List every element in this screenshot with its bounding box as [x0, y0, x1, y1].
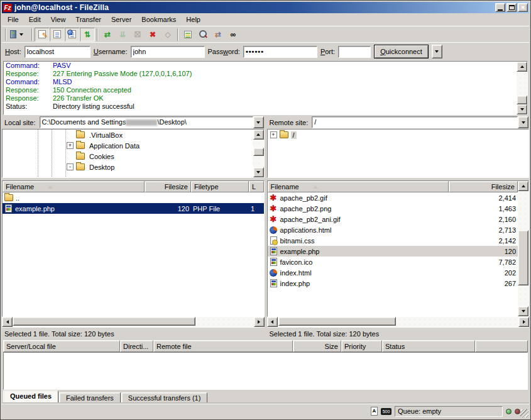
file-row[interactable]: apache_pb2_ani.gif 2,160: [268, 214, 518, 224]
cancel-button[interactable]: ☒: [130, 28, 145, 41]
menu-view[interactable]: View: [46, 14, 71, 25]
speed-limit-icon[interactable]: [381, 408, 391, 415]
remote-site-dropdown-button[interactable]: [518, 116, 528, 128]
remote-path[interactable]: /: [312, 116, 518, 128]
scroll-left-button[interactable]: [267, 317, 278, 327]
local-hscrollbar[interactable]: [2, 317, 265, 327]
column-header-remote-file[interactable]: Remote file: [153, 340, 293, 352]
file-row[interactable]: favicon.ico 7,782: [268, 257, 518, 267]
column-header-priority[interactable]: Priority: [341, 340, 382, 352]
title-bar[interactable]: Fz john@localhost - FileZilla ×: [2, 2, 529, 13]
port-input[interactable]: [338, 46, 371, 58]
local-path[interactable]: C:\Documents and Settings\Desktop\: [40, 116, 253, 128]
resize-grip[interactable]: [520, 409, 528, 417]
quickconnect-button[interactable]: Quickconnect: [374, 45, 429, 58]
password-input[interactable]: [243, 46, 317, 58]
file-row[interactable]: bitnami.css 2,142: [268, 235, 518, 246]
close-button[interactable]: ×: [518, 3, 528, 12]
tree-item-root[interactable]: + /: [268, 130, 529, 140]
column-header-server-local-file[interactable]: Server/Local file: [3, 340, 120, 352]
scroll-thumb[interactable]: [13, 317, 195, 326]
minimize-button[interactable]: [495, 3, 505, 12]
column-header-filename[interactable]: Filename: [268, 181, 449, 192]
collapse-icon[interactable]: -: [67, 163, 74, 170]
disconnect-button[interactable]: ✖: [145, 28, 160, 41]
remote-list-body[interactable]: apache_pb2.gif 2,414 apache_pb2.png 1,46…: [268, 192, 518, 316]
message-log[interactable]: Command:PASV Response:227 Entering Passi…: [3, 61, 528, 115]
column-header-direction[interactable]: Directi...: [120, 340, 153, 352]
file-row-selected[interactable]: example.php 120: [268, 246, 518, 257]
log-scrollbar[interactable]: [517, 62, 527, 114]
process-queue-button[interactable]: ⇊: [115, 28, 130, 41]
scroll-thumb[interactable]: [517, 96, 527, 104]
queue-list[interactable]: [3, 352, 528, 390]
column-header-filesize[interactable]: Filesize: [145, 181, 191, 192]
refresh-button[interactable]: ⇄: [100, 28, 115, 41]
file-row-parent-dir[interactable]: ..: [3, 192, 264, 203]
toggle-message-log-button[interactable]: [35, 28, 50, 41]
remote-list-scrollbar[interactable]: [518, 181, 528, 316]
scroll-up-button[interactable]: [518, 181, 528, 191]
local-directory-tree[interactable]: .VirtualBox + Application Data Cookies -…: [2, 129, 265, 178]
maximize-button[interactable]: [506, 3, 517, 12]
file-row[interactable]: applications.html 2,713: [268, 224, 518, 235]
scroll-right-button[interactable]: [518, 317, 529, 327]
tab-successful-transfers[interactable]: Successful transfers (1): [121, 392, 208, 404]
toggle-remote-tree-button[interactable]: [65, 28, 80, 41]
tab-queued-files[interactable]: Queued files: [3, 390, 58, 404]
tab-failed-transfers[interactable]: Failed transfers: [59, 392, 121, 404]
column-header-filetype[interactable]: Filetype: [191, 181, 249, 192]
remote-directory-tree[interactable]: + /: [267, 129, 530, 178]
expand-icon[interactable]: +: [270, 131, 277, 138]
column-header-filesize[interactable]: Filesize: [449, 181, 518, 192]
tree-item-cookies[interactable]: Cookies: [3, 151, 264, 162]
menu-server[interactable]: Server: [106, 14, 136, 25]
username-input[interactable]: [131, 46, 205, 58]
remote-hscrollbar[interactable]: [267, 317, 530, 327]
scroll-up-button[interactable]: [517, 62, 527, 72]
file-row[interactable]: apache_pb2.png 1,463: [268, 203, 518, 214]
file-row[interactable]: index.php 267: [268, 278, 518, 289]
column-header-status[interactable]: Status: [382, 340, 475, 352]
site-manager-button[interactable]: [8, 28, 30, 41]
toggle-queue-button[interactable]: ⇅: [80, 28, 95, 41]
file-row-example-php[interactable]: example.php 120 PHP File 1: [3, 203, 264, 214]
scroll-down-button[interactable]: [517, 104, 527, 114]
scroll-left-button[interactable]: [2, 317, 13, 327]
file-row[interactable]: index.html 202: [268, 267, 518, 278]
scroll-thumb[interactable]: [253, 148, 264, 156]
column-header-lastmodified[interactable]: L: [249, 181, 264, 192]
scroll-down-button[interactable]: [518, 306, 528, 316]
menu-help[interactable]: Help: [181, 14, 205, 25]
local-list-body[interactable]: .. example.php 120 PHP File 1: [3, 192, 264, 316]
synchronized-browsing-button[interactable]: ⇄: [211, 28, 226, 41]
menu-transfer[interactable]: Transfer: [70, 14, 106, 25]
tree-item-desktop[interactable]: - Desktop: [3, 162, 264, 172]
scroll-right-button[interactable]: [254, 317, 265, 327]
toggle-local-tree-button[interactable]: [50, 28, 65, 41]
local-site-dropdown-button[interactable]: [253, 116, 264, 128]
file-row[interactable]: apache_pb2.gif 2,414: [268, 192, 518, 203]
tree-item-application-data[interactable]: + Application Data: [3, 140, 264, 151]
filter-button[interactable]: [195, 28, 211, 41]
menu-file[interactable]: File: [3, 14, 24, 25]
column-header-filename[interactable]: Filename: [3, 181, 145, 192]
quickconnect-dropdown-button[interactable]: [432, 45, 442, 58]
tree-item-virtualbox[interactable]: .VirtualBox: [3, 130, 264, 140]
menu-edit[interactable]: Edit: [24, 14, 46, 25]
expand-icon[interactable]: +: [67, 142, 74, 149]
local-site-combo[interactable]: C:\Documents and Settings\Desktop\: [40, 116, 264, 128]
scroll-up-button[interactable]: [253, 130, 264, 140]
directory-comparison-button[interactable]: [180, 28, 195, 41]
data-type-icon[interactable]: [371, 407, 378, 416]
remote-file-list[interactable]: Filename Filesize apache_pb2.gif 2,414 a…: [267, 180, 530, 317]
find-files-button[interactable]: ∞: [226, 28, 241, 41]
remote-site-combo[interactable]: /: [312, 116, 528, 128]
local-tree-scrollbar[interactable]: [253, 130, 264, 177]
clear-queue-button[interactable]: ◇: [160, 28, 175, 41]
scroll-thumb[interactable]: [518, 230, 528, 285]
scroll-thumb[interactable]: [278, 317, 397, 326]
column-header-size[interactable]: Size: [293, 340, 341, 352]
local-file-list[interactable]: Filename Filesize Filetype L .. example.…: [2, 180, 265, 317]
menu-bookmarks[interactable]: Bookmarks: [136, 14, 181, 25]
